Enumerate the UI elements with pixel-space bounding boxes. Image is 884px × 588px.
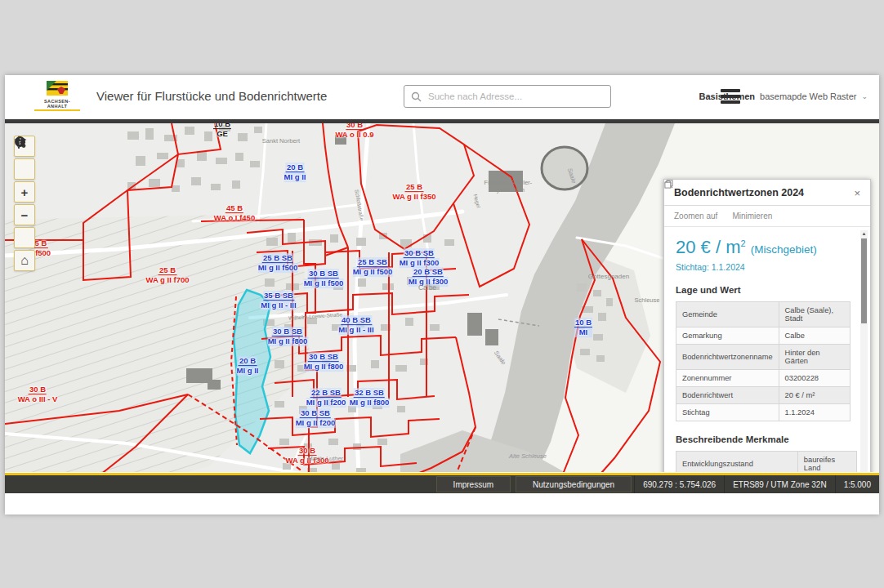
basemap-value: basemapde Web Raster xyxy=(760,91,856,101)
attribute-value: 03200228 xyxy=(779,370,850,387)
attribute-value: 20 € / m² xyxy=(779,387,850,404)
attribute-key: Gemeinde xyxy=(676,302,779,327)
map-canvas[interactable]: 10 BGE30 BWA o II 0.945 BWA o I f45025 B… xyxy=(5,123,879,493)
map-toolbar: + − ⌂ xyxy=(14,136,35,273)
info-button[interactable] xyxy=(14,158,35,180)
app-window: SACHSEN-ANHALT Viewer für Flurstücke und… xyxy=(5,75,879,514)
panel-scrollbar[interactable]: ▲ ▼ xyxy=(860,230,868,493)
minimize-action[interactable]: Minimieren xyxy=(732,212,772,220)
basisthemen-label: Basisthemen xyxy=(699,91,755,101)
table-row: GemarkungCalbe xyxy=(676,327,851,345)
logo-caption: SACHSEN-ANHALT xyxy=(34,99,80,111)
basemap-selector[interactable]: Basisthemen basemapde Web Raster ⌄ xyxy=(699,91,868,101)
statusbar-button-impressum[interactable]: Impressum xyxy=(436,476,511,492)
panel-title: Bodenrichtwertzonen 2024 xyxy=(674,187,804,198)
home-icon: ⌂ xyxy=(20,253,29,268)
minus-icon: − xyxy=(21,208,29,222)
stadium xyxy=(542,147,587,189)
sachsen-anhalt-logo: SACHSEN-ANHALT xyxy=(34,81,80,111)
home-button[interactable]: ⌂ xyxy=(14,250,35,271)
compass-button[interactable] xyxy=(14,227,35,248)
zoom-in-button[interactable]: + xyxy=(14,181,35,203)
statusbar-button-nutzungsbedingungen[interactable]: Nutzungsbedingungen xyxy=(516,476,632,492)
statusbar-info: 690.279 : 5.754.026 xyxy=(634,475,724,493)
minimize-label: Minimieren xyxy=(732,212,772,220)
chevron-down-icon: ⌄ xyxy=(861,92,868,100)
status-bar: ImpressumNutzungsbedingungen690.279 : 5.… xyxy=(5,472,879,493)
minimize-window-icon xyxy=(664,180,673,189)
attribute-value: Calbe xyxy=(779,327,850,345)
zoom-out-button[interactable]: − xyxy=(14,204,35,225)
zoom-to-action[interactable]: Zoomen auf xyxy=(674,212,717,220)
attribute-key: Stichtag xyxy=(676,404,779,421)
zoom-to-label: Zoomen auf xyxy=(674,212,717,220)
section-heading: Lage und Wert xyxy=(676,285,851,295)
attribute-value: Hinter den Gärten xyxy=(779,345,850,370)
attribute-value: 1.1.2024 xyxy=(779,404,850,421)
scrollbar-thumb[interactable] xyxy=(861,238,867,323)
attribute-key: Gemarkung xyxy=(676,327,779,345)
attribute-table: GemeindeCalbe (Saale), StadtGemarkungCal… xyxy=(676,301,851,421)
bodenrichtwert-value: 20 € / m2 (Mischgebiet) xyxy=(676,237,851,258)
app-header: SACHSEN-ANHALT Viewer für Flurstücke und… xyxy=(5,75,879,119)
attribute-key: Zonennummer xyxy=(676,370,779,387)
search-input[interactable] xyxy=(426,91,604,102)
attribute-key: Bodenrichtwertzonenname xyxy=(676,345,779,370)
coat-of-arms-icon xyxy=(47,81,68,96)
close-icon[interactable]: × xyxy=(854,188,860,198)
page-title: Viewer für Flurstücke und Bodenrichtwert… xyxy=(96,89,327,103)
church-sankt-norbert xyxy=(335,135,346,145)
info-panel: Bodenrichtwertzonen 2024 × Zoomen auf Mi… xyxy=(663,179,871,493)
attribute-sections: Lage und WertGemeindeCalbe (Saale), Stad… xyxy=(676,285,851,493)
statusbar-info: ETRS89 / UTM Zone 32N xyxy=(724,475,834,493)
table-row: Stichtag1.1.2024 xyxy=(676,404,851,421)
address-search xyxy=(404,85,611,108)
panel-content: 20 € / m2 (Mischgebiet) Stichtag: 1.1.20… xyxy=(664,227,870,493)
attribute-value: Calbe (Saale), Stadt xyxy=(779,302,850,327)
section-heading: Beschreibende Merkmale xyxy=(676,434,851,444)
plus-icon: + xyxy=(21,185,29,199)
attribute-key: Bodenrichtwert xyxy=(676,387,779,404)
scroll-up-icon[interactable]: ▲ xyxy=(860,230,868,237)
table-row: BodenrichtwertzonennameHinter den Gärten xyxy=(676,345,851,370)
table-row: Bodenrichtwert20 € / m² xyxy=(676,387,851,404)
compass-needle-icon xyxy=(14,136,24,149)
stichtag-line: Stichtag: 1.1.2024 xyxy=(676,262,851,272)
screen-background: SACHSEN-ANHALT Viewer für Flurstücke und… xyxy=(0,0,884,588)
table-row: GemeindeCalbe (Saale), Stadt xyxy=(676,302,851,327)
statusbar-info: 1:5.000 xyxy=(835,475,879,493)
table-row: Zonennummer03200228 xyxy=(676,370,851,387)
search-icon xyxy=(411,91,422,102)
selected-zone-polygon[interactable] xyxy=(234,290,270,453)
